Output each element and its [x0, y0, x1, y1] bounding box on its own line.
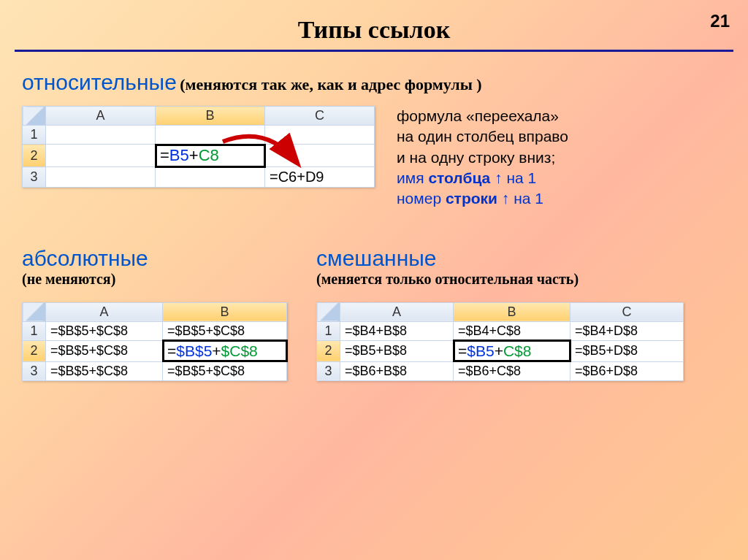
cell-b3: =$B$5+$C$8: [163, 361, 287, 380]
row-header-3: 3: [23, 167, 46, 188]
cell-b3: [156, 167, 265, 188]
cell-a3: =$B6+B$8: [340, 361, 454, 380]
sheet-relative: A B C 1 2 =B5+C8 3: [22, 106, 375, 188]
cell-c1: [265, 126, 375, 145]
sheet-absolute: A B 1 =$B$5+$C$8 =$B$5+$C$8 2 =$B$5+$C$8…: [22, 302, 287, 381]
t: номер: [397, 190, 446, 207]
col-a: A: [340, 302, 454, 321]
cell-b1: =$B4+C$8: [454, 321, 570, 340]
cell-b2-selected: =$B5+C$8: [454, 340, 570, 361]
eq: =: [167, 342, 176, 359]
ref2: C$8: [503, 342, 532, 359]
corner-cell: [23, 107, 46, 126]
cell-a1: =$B4+B$8: [340, 321, 454, 340]
row-3: 3: [317, 361, 340, 380]
col-header-b: B: [156, 107, 265, 126]
row-header-1: 1: [23, 126, 46, 145]
cell-c3: =C6+D9: [265, 167, 375, 188]
cell-b1: [156, 126, 265, 145]
plus: +: [495, 342, 503, 359]
ref1: $B$5: [176, 342, 212, 359]
t: имя: [397, 169, 428, 186]
line3: и на одну строку вниз;: [397, 147, 568, 168]
sheet-mixed: A B C 1 =$B4+B$8 =$B4+C$8 =$B4+D$8 2 =$B…: [316, 302, 684, 381]
t: ↑ на 1: [497, 190, 543, 207]
col-b: B: [454, 302, 570, 321]
page-number: 21: [710, 11, 730, 31]
corner-cell: [317, 302, 340, 321]
sub-mixed: (меняется только относительная часть): [316, 271, 684, 288]
col-header-c: C: [265, 107, 375, 126]
cell-c2: [265, 145, 375, 167]
row-3: 3: [23, 361, 46, 380]
cell-a3: [46, 167, 156, 188]
heading-absolute: абсолютные: [22, 246, 148, 270]
col-b: B: [163, 302, 287, 321]
eq: =: [160, 146, 169, 164]
row-2: 2: [23, 340, 46, 361]
cell-a1: =$B$5+$C$8: [46, 321, 163, 340]
col-header-a: A: [46, 107, 156, 126]
section-mixed: смешанные (меняется только относительная…: [316, 246, 684, 381]
cell-c2: =$B5+D$8: [570, 340, 684, 361]
line5: номер строки ↑ на 1: [397, 188, 568, 209]
eq: =: [458, 342, 467, 359]
line2: на один столбец вправо: [397, 126, 568, 147]
heading-mixed: смешанные: [316, 246, 436, 270]
cell-c3: =$B6+D$8: [570, 361, 684, 380]
cell-a3: =$B$5+$C$8: [46, 361, 163, 380]
plus: +: [189, 146, 199, 164]
cell-b2-selected: =B5+C8: [156, 145, 265, 167]
slide-title: Типы ссылок: [0, 0, 748, 44]
cell-a2: =$B$5+$C$8: [46, 340, 163, 361]
cell-a2: =$B5+B$8: [340, 340, 454, 361]
sub-relative: (меняются так же, как и адрес формулы ): [180, 75, 481, 93]
explanation-block: формула «переехала» на один столбец впра…: [397, 106, 568, 210]
corner-cell: [23, 302, 46, 321]
t: столбца: [428, 169, 490, 186]
ref-b5: B5: [169, 146, 189, 164]
row-2: 2: [317, 340, 340, 361]
row-1: 1: [317, 321, 340, 340]
ref2: $C$8: [221, 342, 258, 359]
ref1: $B5: [467, 342, 494, 359]
col-c: C: [570, 302, 684, 321]
cell-a1: [46, 126, 156, 145]
sub-absolute: (не меняются): [22, 271, 287, 288]
t: строки: [446, 190, 497, 207]
section-relative: относительные (меняются так же, как и ад…: [22, 70, 726, 210]
line4: имя столбца ↑ на 1: [397, 168, 568, 188]
plus: +: [212, 342, 221, 359]
cell-c1: =$B4+D$8: [570, 321, 684, 340]
t: ↑ на 1: [490, 169, 536, 186]
section-absolute: абсолютные (не меняются) A B 1 =$B$5+$C$…: [22, 246, 287, 381]
cell-a2: [46, 145, 156, 167]
row-header-2: 2: [23, 145, 46, 167]
cell-b2-selected: =$B$5+$C$8: [163, 340, 287, 361]
heading-relative: относительные: [22, 70, 177, 94]
cell-b1: =$B$5+$C$8: [163, 321, 287, 340]
col-a: A: [46, 302, 163, 321]
title-underline: [15, 50, 733, 52]
cell-b3: =$B6+C$8: [454, 361, 570, 380]
row-1: 1: [23, 321, 46, 340]
ref-c8: C8: [199, 146, 219, 164]
line1: формула «переехала»: [397, 106, 568, 126]
